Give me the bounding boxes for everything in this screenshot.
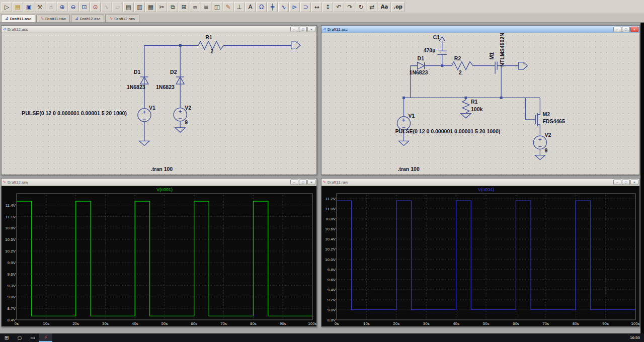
- tile-horizontal-icon[interactable]: ▤: [123, 2, 134, 12]
- ground-icon[interactable]: ⊥: [234, 2, 245, 12]
- maximize-button[interactable]: □: [299, 180, 307, 185]
- titlebar[interactable]: ⊿ Draft12.asc – □ ×: [2, 26, 316, 33]
- taskbar-clock[interactable]: 16:50: [630, 335, 644, 340]
- close-button[interactable]: ×: [307, 27, 315, 32]
- cut-icon[interactable]: ✂: [156, 2, 167, 12]
- titlebar[interactable]: ∿ Draft12.raw – □ ×: [2, 179, 316, 186]
- tile-vertical-icon[interactable]: ▥: [134, 2, 145, 12]
- save-icon[interactable]: ▣: [24, 2, 34, 12]
- redo-icon[interactable]: ↷: [345, 2, 355, 12]
- tab-Draft12.raw[interactable]: ∿Draft12.raw: [105, 15, 139, 22]
- component-icon[interactable]: ⊃: [300, 2, 311, 12]
- label-icon[interactable]: A: [245, 2, 256, 12]
- resistor-icon[interactable]: Ω: [256, 2, 267, 12]
- svg-text:10.6V: 10.6V: [325, 227, 336, 231]
- rotate-icon[interactable]: ↻: [356, 2, 366, 12]
- svg-text:V1: V1: [149, 105, 155, 111]
- svg-text:50s: 50s: [162, 321, 168, 326]
- svg-text:11.1V: 11.1V: [6, 215, 16, 219]
- task-view-button[interactable]: ▭: [26, 333, 39, 342]
- tab-Draft11.raw[interactable]: ∿Draft11.raw: [36, 15, 69, 22]
- svg-text:9.6V: 9.6V: [8, 272, 16, 277]
- maximize-button[interactable]: □: [299, 27, 307, 32]
- waveform-svg: 0s10s20s30s40s50s60s70s80s90s100s8.4V8.7…: [2, 186, 316, 326]
- waveform-file-icon: ∿: [323, 180, 326, 184]
- cascade-icon[interactable]: ▦: [145, 2, 156, 12]
- zoom-full-icon[interactable]: ⊙: [90, 2, 101, 12]
- schematic-canvas-draft12[interactable]: R12D11N6823D21N6823V1V29PULSE(0 12 0 0.0…: [2, 33, 316, 175]
- print-preview-icon[interactable]: ◫: [212, 2, 222, 12]
- diode-icon[interactable]: ⊳: [289, 2, 300, 12]
- minimize-button[interactable]: –: [613, 180, 621, 185]
- capacitor-icon[interactable]: ╪: [267, 2, 278, 12]
- start-button[interactable]: ⊞: [0, 333, 13, 342]
- drag-icon[interactable]: ↕: [323, 2, 333, 12]
- node-dot: [441, 64, 443, 67]
- text-icon[interactable]: Aa: [378, 2, 391, 12]
- svg-text:NTLMS4502N: NTLMS4502N: [499, 33, 505, 67]
- svg-text:60s: 60s: [191, 321, 197, 326]
- maximize-button[interactable]: □: [622, 180, 630, 185]
- move-icon[interactable]: ↔: [311, 2, 322, 12]
- pan-icon[interactable]: ▱: [112, 2, 123, 12]
- window-draft12-raw[interactable]: ∿ Draft12.raw – □ × 0s10s20s30s40s50s60s…: [1, 178, 317, 327]
- close-button[interactable]: ×: [630, 27, 638, 32]
- toolbar: ▷▤▣⚒☝⊕⊖⊡⊙∿▱▤▥▦✂⧉⊞∞≡◫✎⊥AΩ╪∿⊳⊃↔↕↶↷↻⇄Aa.op: [0, 0, 644, 14]
- inductor-icon[interactable]: ∿: [278, 2, 289, 12]
- tab-bar: ⊿Draft11.asc∿Draft11.raw⊿Draft12.asc∿Dra…: [0, 14, 644, 23]
- window-draft11-asc[interactable]: ⊿ Draft11.asc – □ ×: [321, 25, 640, 175]
- paste-icon[interactable]: ⊞: [179, 2, 189, 12]
- svg-text:V2: V2: [544, 132, 551, 138]
- minimize-button[interactable]: –: [290, 180, 298, 185]
- window-title: Draft11.raw: [328, 180, 348, 185]
- open-icon[interactable]: ▤: [13, 2, 23, 12]
- svg-text:M2: M2: [542, 111, 550, 117]
- control-panel-icon[interactable]: ⚒: [35, 2, 45, 12]
- halt-icon[interactable]: ☝: [46, 2, 56, 12]
- find-icon[interactable]: ∞: [190, 2, 200, 12]
- window-draft11-raw[interactable]: ∿ Draft11.raw – □ × 0s10s20s30s40s50s60s…: [321, 178, 640, 327]
- waveform-file-icon: ∿: [40, 17, 44, 21]
- waveform-plot-draft11[interactable]: 0s10s20s30s40s50s60s70s80s90s100s8.8V9.0…: [321, 186, 639, 326]
- tab-Draft11.asc[interactable]: ⊿Draft11.asc: [1, 15, 35, 22]
- maximize-button[interactable]: □: [622, 27, 630, 32]
- autorange-icon[interactable]: ∿: [101, 2, 112, 12]
- svg-text:40s: 40s: [453, 321, 459, 326]
- node-dot: [500, 97, 503, 99]
- zoom-in-icon[interactable]: ⊕: [57, 2, 67, 12]
- ltspice-taskbar-icon[interactable]: ⚡: [39, 333, 52, 342]
- svg-text:20s: 20s: [72, 321, 79, 326]
- schematic-labels: R12D11N6823D21N6823V1V29PULSE(0 12 0 0.0…: [22, 34, 213, 172]
- svg-text:9.8V: 9.8V: [328, 268, 336, 272]
- svg-text:PULSE(0 12 0 0.000001 0.00001: PULSE(0 12 0 0.000001 0.00001 5 20 1000): [395, 128, 500, 134]
- copy-icon[interactable]: ⧉: [168, 2, 178, 12]
- mirror-icon[interactable]: ⇄: [367, 2, 377, 12]
- svg-text:470µ: 470µ: [424, 47, 436, 53]
- close-button[interactable]: ×: [630, 180, 638, 185]
- tab-label: Draft11.asc: [10, 17, 32, 21]
- titlebar[interactable]: ∿ Draft11.raw – □ ×: [321, 179, 639, 186]
- titlebar[interactable]: ⊿ Draft11.asc – □ ×: [321, 26, 639, 33]
- node-dot: [403, 97, 405, 99]
- search-button[interactable]: ○: [13, 333, 26, 342]
- zoom-extents-icon[interactable]: ⊡: [79, 2, 90, 12]
- window-draft12-asc[interactable]: ⊿ Draft12.asc – □ ×: [1, 25, 317, 175]
- svg-text:.tran 100: .tran 100: [397, 166, 419, 172]
- print-icon[interactable]: ≡: [201, 2, 211, 12]
- schematic-canvas-draft11[interactable]: C1470µD11N6823R22M1NTLMS4502NR1100kM2FDS…: [321, 33, 639, 175]
- spice-directive-icon[interactable]: .op: [391, 2, 405, 12]
- zoom-back-icon[interactable]: ⊖: [68, 2, 78, 12]
- tab-label: Draft12.asc: [80, 17, 101, 21]
- minimize-button[interactable]: –: [613, 27, 621, 32]
- waveform-file-icon: ∿: [3, 180, 6, 184]
- undo-icon[interactable]: ↶: [334, 2, 344, 12]
- minimize-button[interactable]: –: [290, 27, 298, 32]
- close-button[interactable]: ×: [307, 180, 315, 185]
- svg-text:20s: 20s: [393, 321, 399, 326]
- waveform-plot-draft12[interactable]: 0s10s20s30s40s50s60s70s80s90s100s8.4V8.7…: [2, 186, 316, 326]
- ground-symbol: [398, 141, 409, 145]
- tab-Draft12.asc[interactable]: ⊿Draft12.asc: [71, 15, 105, 22]
- ltspice-application: ▷▤▣⚒☝⊕⊖⊡⊙∿▱▤▥▦✂⧉⊞∞≡◫✎⊥AΩ╪∿⊳⊃↔↕↶↷↻⇄Aa.op …: [0, 0, 644, 342]
- run-icon[interactable]: ▷: [2, 2, 12, 12]
- wire-icon[interactable]: ✎: [223, 2, 233, 12]
